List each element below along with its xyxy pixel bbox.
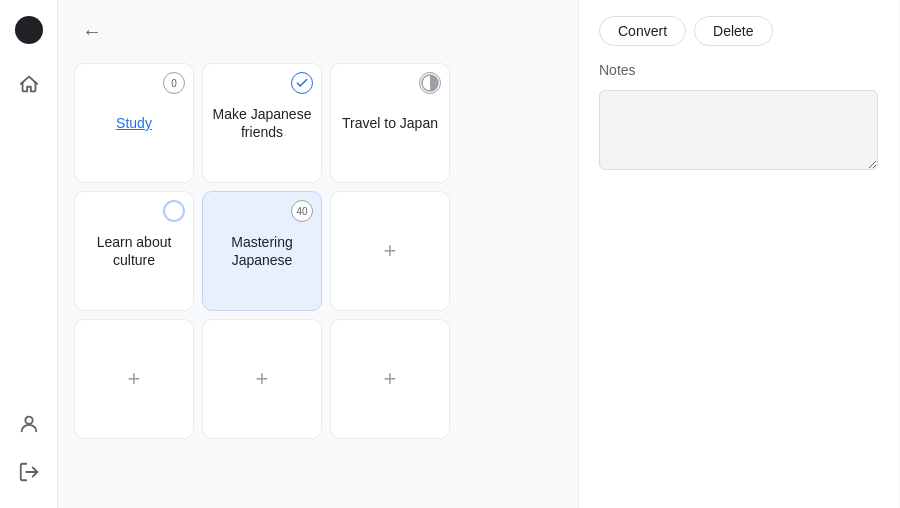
add-icon-1: +: [384, 238, 397, 264]
sidebar-item-profile[interactable]: [9, 404, 49, 444]
badge-mastering: 40: [291, 200, 313, 222]
add-icon-2: +: [128, 366, 141, 392]
badge-circle-outline: [163, 200, 185, 222]
card-make-japanese-friends[interactable]: Make Japanese friends: [202, 63, 322, 183]
convert-button[interactable]: Convert: [599, 16, 686, 46]
card-study[interactable]: 0 Study: [74, 63, 194, 183]
notes-textarea[interactable]: [599, 90, 878, 170]
add-card-3[interactable]: +: [202, 319, 322, 439]
delete-button[interactable]: Delete: [694, 16, 772, 46]
sidebar-item-logout[interactable]: [9, 452, 49, 492]
card-mastering-japanese[interactable]: 40 Mastering Japanese: [202, 191, 322, 311]
card-make-japanese-friends-label: Make Japanese friends: [203, 97, 321, 149]
add-icon-3: +: [256, 366, 269, 392]
sidebar: [0, 0, 58, 508]
svg-point-0: [25, 417, 32, 424]
add-card-4[interactable]: +: [330, 319, 450, 439]
badge-check: [291, 72, 313, 94]
app-logo: [15, 16, 43, 44]
card-study-label[interactable]: Study: [108, 106, 160, 140]
card-learn-about-culture-label: Learn about culture: [75, 225, 193, 277]
add-icon-4: +: [384, 366, 397, 392]
main-content: ← 0 Study Make Japanese friends: [58, 0, 578, 508]
add-card-2[interactable]: +: [74, 319, 194, 439]
card-travel-to-japan[interactable]: Travel to Japan: [330, 63, 450, 183]
right-panel: Convert Delete Notes: [578, 0, 898, 508]
panel-actions: Convert Delete: [599, 16, 878, 46]
add-card-1[interactable]: +: [330, 191, 450, 311]
sidebar-item-home[interactable]: [9, 64, 49, 104]
card-grid: 0 Study Make Japanese friends Travel to …: [74, 63, 562, 439]
card-travel-to-japan-label: Travel to Japan: [334, 106, 446, 140]
notes-label: Notes: [599, 62, 878, 78]
badge-study: 0: [163, 72, 185, 94]
back-button[interactable]: ←: [74, 16, 110, 47]
card-learn-about-culture[interactable]: Learn about culture: [74, 191, 194, 311]
badge-half: [419, 72, 441, 94]
card-mastering-japanese-label: Mastering Japanese: [203, 225, 321, 277]
